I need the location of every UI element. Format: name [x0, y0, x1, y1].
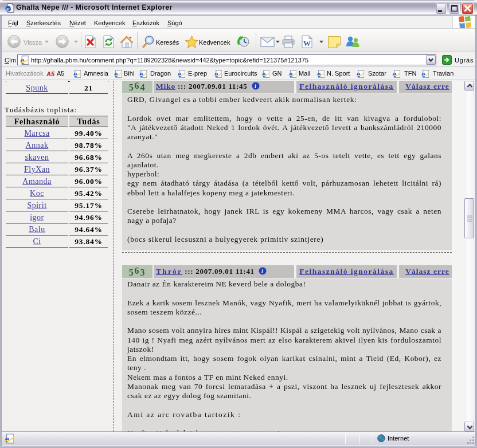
svg-text:A5: A5	[46, 70, 55, 77]
svg-text:e: e	[6, 6, 9, 12]
svg-text:W: W	[303, 39, 311, 48]
